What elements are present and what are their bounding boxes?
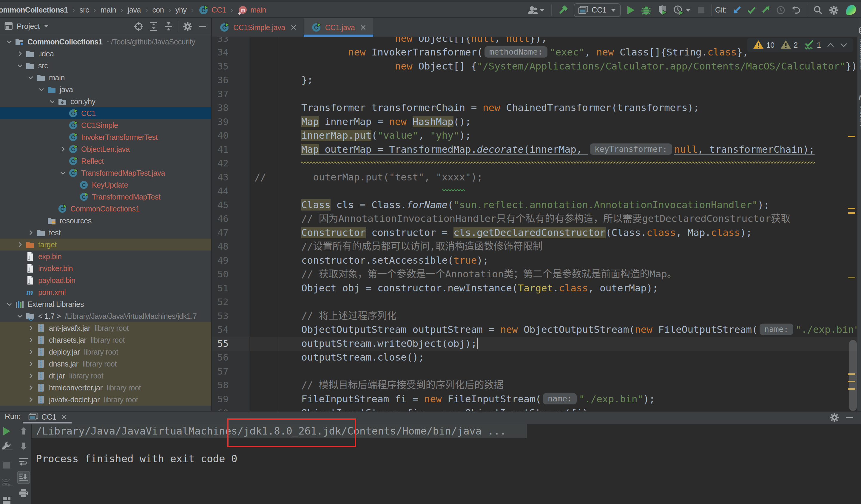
build-project-button[interactable] [555,3,571,17]
ide-badge-icon[interactable] [842,3,859,17]
stop-button[interactable] [694,3,708,17]
run-configuration-selector[interactable]: CC1 [574,3,621,17]
chevron-right-icon[interactable] [58,145,67,154]
hide-panel-button[interactable] [195,20,210,33]
profiler-button[interactable] [670,3,694,17]
tree-item-commoncollections1[interactable]: CommonCollections1~/Tools/github/JavaSec… [0,36,211,48]
collapse-all-button[interactable] [161,20,176,33]
chevron-right-icon[interactable] [15,240,25,249]
scroll-to-end-button[interactable] [17,471,30,484]
next-occurrence-button[interactable] [17,439,30,453]
close-icon[interactable] [60,413,68,420]
stop-button[interactable] [0,459,13,472]
tree-item-cc1[interactable]: CCC1 [0,107,211,119]
chevron-right-icon[interactable] [26,347,35,356]
breadcrumb-item-java[interactable]: java [128,6,141,14]
tree-item-java[interactable]: java [0,84,211,95]
expand-all-button[interactable] [146,20,161,33]
run-settings-gear-button[interactable] [826,411,843,423]
error-stripe-mark[interactable] [848,136,855,137]
tree-item-dt.jar[interactable]: dt.jarlibrary root [0,370,211,382]
next-problem-button[interactable] [839,41,848,48]
rollback-button[interactable] [788,3,804,17]
tree-item--1.7-[interactable]: < 1.7 >/Library/Java/JavaVirtualMachines… [0,310,211,322]
close-icon[interactable] [290,24,297,31]
chevron-right-icon[interactable] [26,324,35,333]
tree-item-reflect[interactable]: CReflect [0,155,211,167]
editor-tab-cc1simple.java[interactable]: CCC1Simple.java [212,18,304,37]
git-push-button[interactable] [759,3,773,17]
tree-item-src[interactable]: src [0,60,211,72]
warnings-indicator[interactable]: 10 [753,40,775,51]
tree-item-commoncollections1[interactable]: CCommonCollections1 [0,203,211,215]
tree-item-test[interactable]: test [0,227,211,239]
chevron-down-icon[interactable] [15,61,25,70]
chevron-right-icon[interactable] [26,395,35,404]
edit-configuration-button[interactable] [0,439,13,452]
chevron-down-icon[interactable] [37,85,46,94]
editor-tab-cc1.java[interactable]: CCC1.java [304,18,373,37]
breadcrumb-item-main[interactable]: main [100,6,117,14]
tree-item-pom.xml[interactable]: mpom.xml [0,286,211,298]
tree-item-exp.bin[interactable]: exp.bin [0,251,211,263]
tool-stripe-button-database[interactable]: Database [858,27,861,70]
prev-problem-button[interactable] [826,41,835,48]
run-tab[interactable]: CC1 [28,411,68,422]
chevron-right-icon[interactable] [26,359,35,368]
tree-item-cc1simple[interactable]: CCC1Simple [0,119,211,131]
chevron-right-icon[interactable] [26,336,35,345]
editor-scrollbar[interactable] [849,340,857,411]
chevron-down-icon[interactable] [43,23,50,30]
tree-item-invokertransformertest[interactable]: CInvokerTransformerTest [0,131,211,143]
tree-item-main[interactable]: main [0,72,211,84]
rerun-button[interactable] [0,425,13,438]
breadcrumb-item-commoncollections1[interactable]: CommonCollections1 [0,6,68,14]
chevron-right-icon[interactable] [26,371,35,380]
chevron-right-icon[interactable] [15,49,25,58]
chevron-down-icon[interactable] [5,37,14,46]
inspections-widget[interactable]: 10 2 1 [747,38,853,52]
error-stripe-mark[interactable] [848,212,855,214]
run-console[interactable]: /Library/Java/JavaVirtualMachines/jdk1.8… [32,424,861,504]
prev-occurrence-button[interactable] [17,424,30,437]
tree-item-charsets.jar[interactable]: charsets.jarlibrary root [0,334,211,346]
panel-options-gear-button[interactable] [180,20,195,33]
chevron-down-icon[interactable] [58,168,67,178]
tree-item-transformedmaptest[interactable]: CTransformedMapTest [0,191,211,203]
git-commit-button[interactable] [744,3,759,17]
settings-gear-button[interactable] [826,3,842,17]
tree-item-external-libraries[interactable]: External Libraries [0,298,211,310]
history-button[interactable] [773,3,788,17]
close-icon[interactable] [359,24,367,31]
tree-item-payload.bin[interactable]: payload.bin [0,275,211,286]
print-button[interactable] [17,487,30,500]
debug-button[interactable] [638,3,654,17]
tree-item-dnsns.jar[interactable]: dnsns.jarlibrary root [0,358,211,370]
git-update-button[interactable] [730,3,744,17]
select-opened-file-button[interactable] [131,20,146,33]
run-button[interactable] [623,3,638,17]
ok-indicator[interactable]: 1 [804,39,821,51]
error-stripe-mark[interactable] [848,208,855,209]
weak-warnings-indicator[interactable]: 2 [780,40,798,51]
chevron-right-icon[interactable] [26,228,35,237]
hide-panel-button[interactable] [843,411,857,423]
tree-item-.idea[interactable]: .idea [0,48,211,60]
soft-wrap-button[interactable] [17,456,30,468]
chevron-down-icon[interactable] [15,312,25,321]
tree-item-keyupdate[interactable]: CKeyUpdate [0,179,211,191]
tree-item-javafx-doclet.jar[interactable]: javafx-doclet.jarlibrary root [0,394,211,406]
breadcrumb-item-yhy[interactable]: yhy [175,6,187,14]
tree-item-objectlen.java[interactable]: CObjectLen.java [0,143,211,155]
tree-item-ant-javafx.jar[interactable]: ant-javafx.jarlibrary root [0,322,211,334]
breadcrumb-item-cc1[interactable]: CCC1 [198,5,226,15]
chevron-right-icon[interactable] [26,383,35,392]
tree-item-htmlconverter.jar[interactable]: htmlconverter.jarlibrary root [0,382,211,394]
error-stripe-mark[interactable] [848,277,855,278]
tree-item-target[interactable]: target [0,239,211,251]
search-everywhere-button[interactable] [810,3,826,17]
tree-item-resources[interactable]: resources [0,215,211,227]
tree-item-con.yhy[interactable]: con.yhy [0,95,211,107]
breadcrumb-item-main[interactable]: mmain [237,5,266,15]
breadcrumb-item-src[interactable]: src [79,6,89,14]
